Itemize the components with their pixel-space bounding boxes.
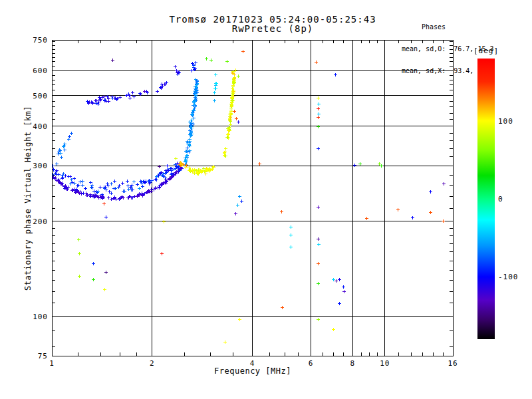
y-tick-label: 500 xyxy=(19,92,48,100)
y-tick-label: 400 xyxy=(19,122,48,131)
colorbar-tick-label: 0 xyxy=(498,195,531,203)
x-tick-label: 8 xyxy=(339,359,366,368)
y-tick-label: 300 xyxy=(19,162,48,170)
colorbar xyxy=(477,59,495,339)
y-tick-label: 100 xyxy=(19,313,48,321)
x-tick-label: 1 xyxy=(39,359,65,368)
colorbar-unit-label: [deg] xyxy=(473,47,513,55)
y-tick-label: 600 xyxy=(19,66,48,75)
y-tick-label: 200 xyxy=(19,217,48,226)
colorbar-tick-label: -100 xyxy=(498,273,531,281)
ionogram-page: Tromsø 20171023 05:24:00-05:25:43 RwPret… xyxy=(0,0,532,399)
x-tick-label: 6 xyxy=(298,359,325,368)
x-tick-label: 16 xyxy=(440,359,466,368)
colorbar-tick-label: 100 xyxy=(498,117,531,126)
x-tick-label: 10 xyxy=(372,359,398,368)
x-tick-label: 4 xyxy=(239,359,266,368)
y-tick-label: 750 xyxy=(19,36,48,45)
phase-stats-heading: Phases xyxy=(402,23,493,31)
x-tick-label: 2 xyxy=(139,359,166,368)
x-axis-label: Frequency [MHz] xyxy=(120,366,386,376)
